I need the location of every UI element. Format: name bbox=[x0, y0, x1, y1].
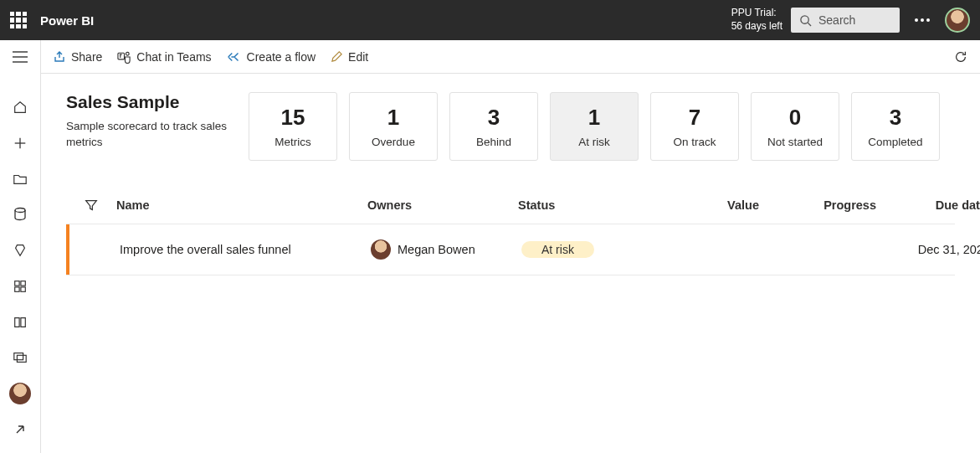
create-flow-button[interactable]: Create a flow bbox=[227, 50, 316, 64]
user-avatar[interactable] bbox=[945, 8, 970, 33]
share-button[interactable]: Share bbox=[53, 50, 102, 64]
apps-icon[interactable] bbox=[0, 275, 41, 299]
svg-rect-10 bbox=[15, 287, 19, 291]
search-placeholder: Search bbox=[818, 13, 855, 27]
filter-icon bbox=[84, 198, 99, 213]
brand-label: Power BI bbox=[40, 13, 94, 28]
expand-icon[interactable] bbox=[0, 417, 41, 441]
filter-button[interactable] bbox=[66, 198, 116, 213]
card-completed[interactable]: 3 Completed bbox=[851, 92, 940, 161]
svg-rect-11 bbox=[21, 287, 25, 291]
svg-point-0 bbox=[801, 15, 808, 23]
share-icon bbox=[53, 50, 66, 64]
trial-status[interactable]: PPU Trial: 56 days left bbox=[731, 7, 782, 33]
pencil-icon bbox=[331, 50, 343, 63]
scorecard-title: Sales Sample bbox=[66, 92, 233, 112]
browse-icon[interactable] bbox=[0, 167, 41, 191]
card-metrics[interactable]: 15 Metrics bbox=[249, 92, 337, 161]
scorecard-subtitle: Sample scorecard to track sales metrics bbox=[66, 119, 233, 151]
card-behind[interactable]: 3 Behind bbox=[449, 92, 538, 161]
svg-point-7 bbox=[15, 208, 25, 213]
svg-rect-12 bbox=[14, 353, 23, 360]
hamburger-icon[interactable] bbox=[0, 45, 41, 69]
workspaces-icon[interactable] bbox=[0, 346, 41, 370]
card-not-started[interactable]: 0 Not started bbox=[751, 92, 839, 161]
status-badge: At risk bbox=[521, 241, 594, 258]
app-launcher-icon[interactable] bbox=[10, 12, 27, 28]
col-name[interactable]: Name bbox=[116, 198, 367, 212]
edit-button[interactable]: Edit bbox=[331, 50, 368, 64]
data-hub-icon[interactable] bbox=[0, 203, 41, 227]
metrics-icon[interactable] bbox=[0, 239, 41, 263]
create-icon[interactable] bbox=[0, 131, 41, 156]
flow-icon bbox=[227, 51, 242, 63]
col-progress[interactable]: Progress bbox=[769, 198, 886, 212]
col-due-date[interactable]: Due date bbox=[886, 198, 980, 212]
learn-icon[interactable] bbox=[0, 310, 41, 334]
cell-status: At risk bbox=[521, 241, 655, 258]
card-overdue[interactable]: 1 Overdue bbox=[349, 92, 438, 161]
card-on-track[interactable]: 7 On track bbox=[650, 92, 739, 161]
scorecard-title-block: Sales Sample Sample scorecard to track s… bbox=[66, 92, 233, 151]
search-input[interactable]: Search bbox=[791, 8, 900, 33]
more-options-icon[interactable] bbox=[915, 18, 930, 22]
owner-avatar bbox=[371, 239, 391, 260]
card-at-risk[interactable]: 1 At risk bbox=[550, 92, 639, 161]
cell-name: Improve the overall sales funnel bbox=[120, 243, 371, 256]
svg-line-1 bbox=[808, 23, 811, 26]
svg-rect-13 bbox=[17, 356, 26, 363]
refresh-button[interactable] bbox=[953, 49, 968, 64]
main-content: Sales Sample Sample scorecard to track s… bbox=[41, 74, 980, 453]
trial-line-1: PPU Trial: bbox=[731, 7, 782, 20]
cell-due-date: Dec 31, 2023 bbox=[890, 243, 980, 256]
page-toolbar: Share Chat in Teams Create a flow Edit bbox=[41, 40, 980, 74]
teams-icon bbox=[117, 50, 131, 64]
metrics-table: Name Owners Status Value Progress Due da… bbox=[66, 186, 955, 275]
global-header: Power BI PPU Trial: 56 days left Search bbox=[0, 0, 980, 40]
col-status[interactable]: Status bbox=[518, 198, 652, 212]
workspace-avatar[interactable] bbox=[0, 382, 41, 406]
svg-point-15 bbox=[126, 52, 130, 55]
left-navigation bbox=[0, 40, 41, 453]
cell-owner: Megan Bowen bbox=[371, 239, 521, 260]
trial-line-2: 56 days left bbox=[731, 20, 782, 33]
scorecard-overview: Sales Sample Sample scorecard to track s… bbox=[66, 92, 955, 161]
summary-cards: 15 Metrics 1 Overdue 3 Behind 1 At risk … bbox=[249, 92, 940, 161]
col-owners[interactable]: Owners bbox=[367, 198, 518, 212]
refresh-icon bbox=[953, 49, 968, 64]
chat-teams-button[interactable]: Chat in Teams bbox=[117, 50, 211, 64]
svg-rect-14 bbox=[118, 53, 125, 59]
col-value[interactable]: Value bbox=[652, 198, 769, 212]
table-header: Name Owners Status Value Progress Due da… bbox=[66, 186, 955, 224]
search-icon bbox=[799, 14, 812, 27]
home-icon[interactable] bbox=[0, 95, 41, 120]
svg-rect-9 bbox=[21, 281, 25, 286]
svg-rect-8 bbox=[15, 281, 19, 286]
table-row[interactable]: Improve the overall sales funnel Megan B… bbox=[66, 224, 955, 275]
